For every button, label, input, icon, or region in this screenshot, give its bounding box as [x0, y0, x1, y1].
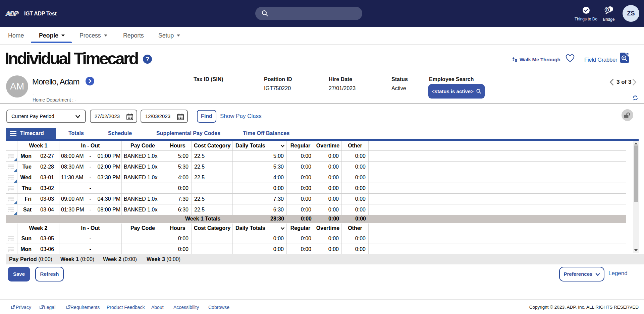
svg-text:B: B	[606, 8, 609, 12]
